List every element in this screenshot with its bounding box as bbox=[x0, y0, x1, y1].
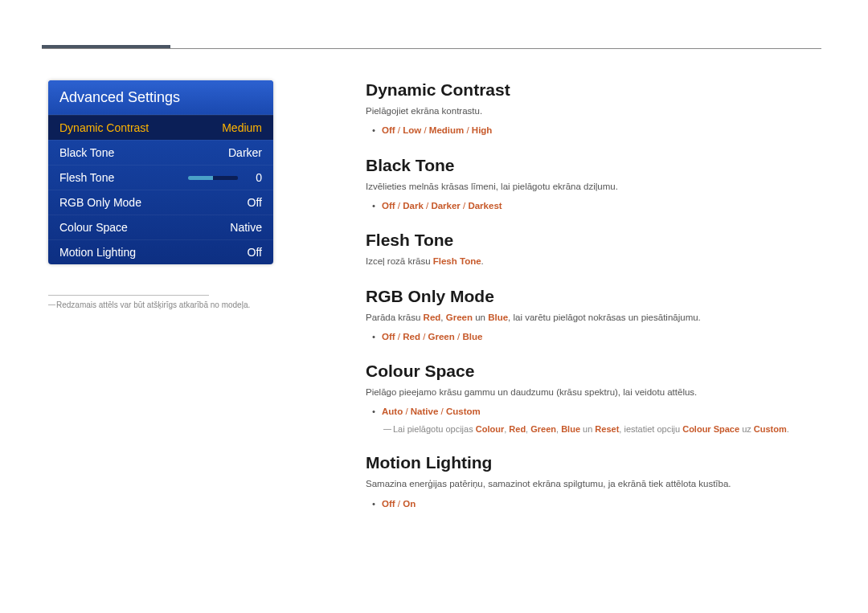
menu-item-label: Dynamic Contrast bbox=[59, 121, 222, 134]
header-rule bbox=[42, 48, 821, 49]
section-options: Off / Low / Medium / High bbox=[366, 123, 820, 137]
section-dynamic-contrast: Dynamic Contrast Pielāgojiet ekrāna kont… bbox=[366, 80, 820, 138]
menu-item-value: Darker bbox=[222, 146, 262, 159]
footnote-divider bbox=[48, 295, 209, 296]
menu-item-label: Flesh Tone bbox=[59, 171, 178, 184]
section-description: Pielāgojiet ekrāna kontrastu. bbox=[366, 104, 820, 118]
page-content: Advanced Settings Dynamic Contrast Mediu… bbox=[48, 80, 820, 529]
section-description: Izceļ rozā krāsu Flesh Tone. bbox=[366, 255, 820, 268]
menu-item-label: Motion Lighting bbox=[59, 246, 222, 259]
section-heading: Motion Lighting bbox=[366, 453, 820, 472]
menu-item-label: RGB Only Mode bbox=[59, 196, 222, 209]
section-flesh-tone: Flesh Tone Izceļ rozā krāsu Flesh Tone. bbox=[366, 231, 820, 268]
section-heading: Dynamic Contrast bbox=[366, 80, 820, 100]
menu-item-value: Off bbox=[222, 196, 262, 209]
menu-item-value: Off bbox=[222, 246, 262, 259]
menu-item-slider-cell: 0 bbox=[178, 171, 262, 184]
section-description: Pielāgo pieejamo krāsu gammu un daudzumu… bbox=[366, 386, 820, 399]
section-options: Auto / Native / Custom bbox=[366, 404, 820, 419]
section-heading: Black Tone bbox=[366, 156, 820, 175]
panel-title: Advanced Settings bbox=[48, 80, 273, 115]
menu-item-flesh-tone[interactable]: Flesh Tone 0 bbox=[48, 165, 273, 190]
section-colour-space: Colour Space Pielāgo pieejamo krāsu gamm… bbox=[366, 362, 820, 435]
menu-item-dynamic-contrast[interactable]: Dynamic Contrast Medium bbox=[48, 115, 273, 140]
menu-item-value: 0 bbox=[252, 171, 262, 184]
advanced-settings-panel: Advanced Settings Dynamic Contrast Mediu… bbox=[48, 80, 273, 264]
section-heading: Colour Space bbox=[366, 362, 820, 381]
section-description: Izvēlieties melnās krāsas līmeni, lai pi… bbox=[366, 180, 820, 194]
menu-item-label: Colour Space bbox=[59, 221, 222, 234]
menu-item-motion-lighting[interactable]: Motion Lighting Off bbox=[48, 239, 273, 264]
right-column: Dynamic Contrast Pielāgojiet ekrāna kont… bbox=[321, 80, 820, 529]
left-column: Advanced Settings Dynamic Contrast Mediu… bbox=[48, 80, 321, 529]
menu-item-colour-space[interactable]: Colour Space Native bbox=[48, 215, 273, 239]
section-note: Lai pielāgotu opcijas Colour, Red, Green… bbox=[366, 423, 820, 436]
model-footnote: Redzamais attēls var būt atšķirīgs atkar… bbox=[48, 300, 321, 309]
section-options: Off / Dark / Darker / Darkest bbox=[366, 198, 820, 213]
section-heading: Flesh Tone bbox=[366, 231, 820, 250]
section-black-tone: Black Tone Izvēlieties melnās krāsas līm… bbox=[366, 156, 820, 214]
menu-item-value: Native bbox=[222, 221, 262, 234]
menu-item-label: Black Tone bbox=[59, 146, 222, 159]
section-rgb-only-mode: RGB Only Mode Parāda krāsu Red, Green un… bbox=[366, 287, 820, 345]
section-options: Off / On bbox=[366, 497, 820, 511]
section-options: Off / Red / Green / Blue bbox=[366, 329, 820, 344]
section-motion-lighting: Motion Lighting Samazina enerģijas patēr… bbox=[366, 453, 820, 511]
menu-item-rgb-only-mode[interactable]: RGB Only Mode Off bbox=[48, 190, 273, 215]
section-description: Parāda krāsu Red, Green un Blue, lai var… bbox=[366, 311, 820, 325]
menu-item-value: Medium bbox=[222, 121, 262, 134]
flesh-tone-slider[interactable] bbox=[188, 176, 238, 180]
section-heading: RGB Only Mode bbox=[366, 287, 820, 306]
menu-item-black-tone[interactable]: Black Tone Darker bbox=[48, 140, 273, 165]
section-description: Samazina enerģijas patēriņu, samazinot e… bbox=[366, 477, 820, 491]
